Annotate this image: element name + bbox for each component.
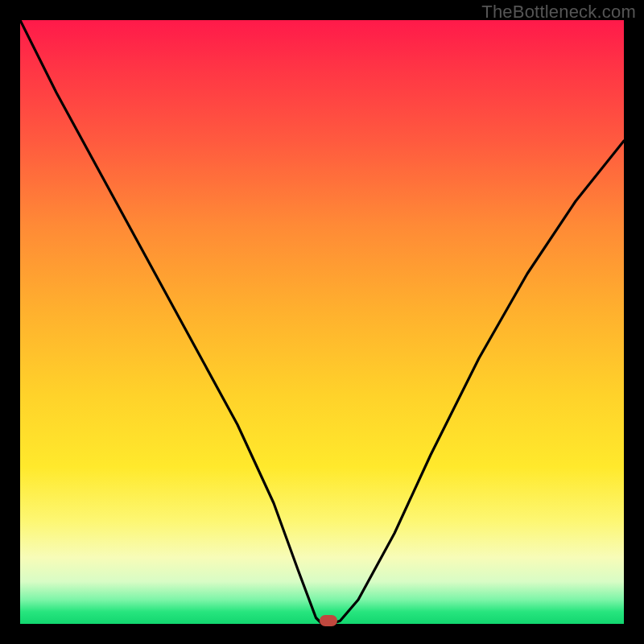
watermark-text: TheBottleneck.com: [481, 2, 636, 23]
chart-frame: TheBottleneck.com: [0, 0, 644, 644]
bottleneck-curve: [20, 20, 624, 624]
gradient-plot-area: [20, 20, 624, 624]
curve-svg: [20, 20, 624, 624]
optimal-marker: [320, 615, 337, 626]
